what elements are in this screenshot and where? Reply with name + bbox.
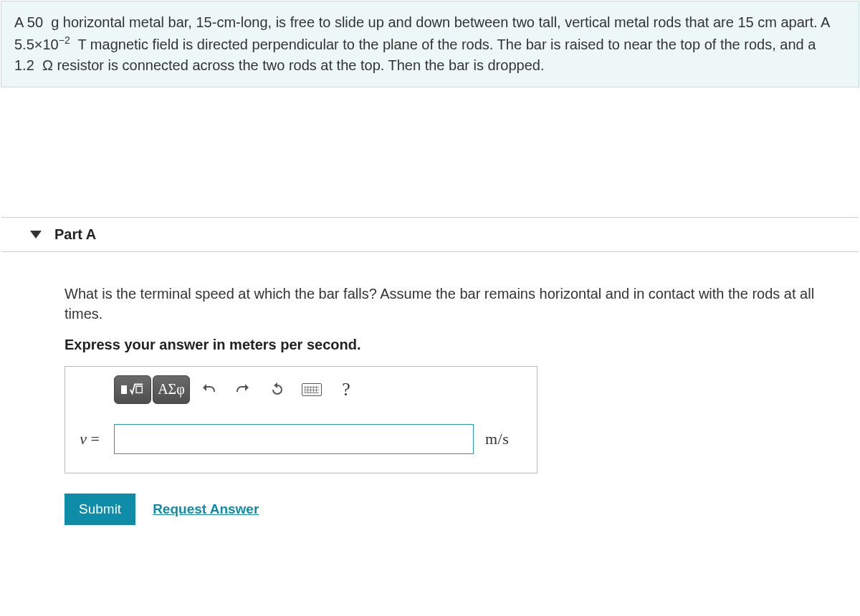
problem-text: A 50 g horizontal metal bar, 15-cm-long,… bbox=[14, 14, 829, 73]
rect-icon bbox=[121, 385, 127, 394]
templates-button[interactable] bbox=[114, 375, 151, 404]
actions-row: Submit Request Answer bbox=[64, 494, 846, 525]
help-icon: ? bbox=[342, 379, 350, 400]
submit-button[interactable]: Submit bbox=[64, 494, 135, 525]
redo-button[interactable] bbox=[227, 375, 259, 404]
question-text: What is the terminal speed at which the … bbox=[64, 284, 846, 324]
request-answer-link[interactable]: Request Answer bbox=[153, 501, 259, 517]
undo-button[interactable] bbox=[193, 375, 224, 404]
part-body: What is the terminal speed at which the … bbox=[0, 252, 860, 525]
root-icon bbox=[128, 380, 144, 399]
unit-label: m/s bbox=[474, 430, 509, 448]
problem-statement: A 50 g horizontal metal bar, 15-cm-long,… bbox=[1, 1, 859, 87]
toolbar-group: ΑΣφ bbox=[114, 375, 190, 404]
input-row: v = m/s bbox=[65, 413, 537, 466]
equals-sign: = bbox=[87, 430, 100, 448]
variable-symbol: v bbox=[80, 430, 87, 448]
collapse-icon bbox=[30, 231, 42, 239]
keyboard-button[interactable] bbox=[296, 375, 328, 404]
spacer bbox=[0, 88, 860, 217]
reset-button[interactable] bbox=[262, 375, 293, 404]
keyboard-icon bbox=[302, 383, 322, 396]
answer-box: ΑΣφ ? v = m/s bbox=[64, 366, 538, 473]
equation-toolbar: ΑΣφ ? bbox=[65, 367, 537, 413]
answer-instruction: Express your answer in meters per second… bbox=[64, 337, 846, 353]
answer-input[interactable] bbox=[114, 424, 474, 454]
svg-rect-0 bbox=[136, 386, 142, 393]
help-button[interactable]: ? bbox=[330, 375, 362, 404]
greek-button[interactable]: ΑΣφ bbox=[153, 375, 190, 404]
variable-label: v = bbox=[65, 430, 114, 448]
part-header[interactable]: Part A bbox=[1, 217, 859, 252]
part-label: Part A bbox=[54, 226, 96, 243]
